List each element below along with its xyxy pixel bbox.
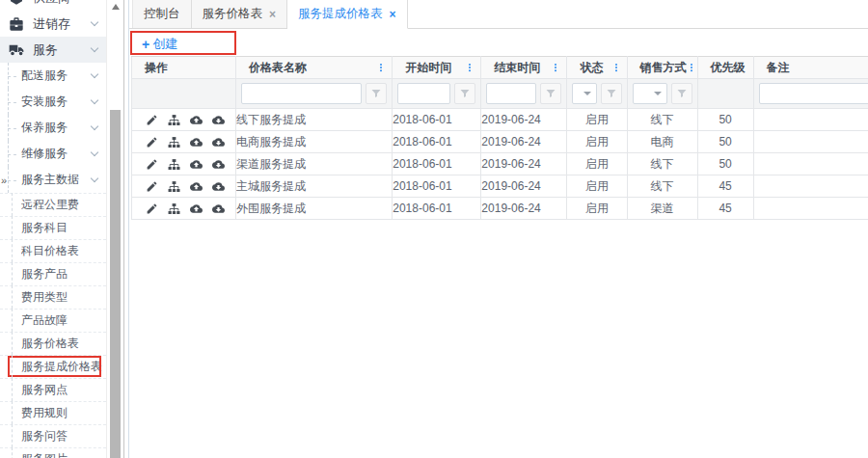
cloud-upload-icon[interactable] [190,114,203,126]
filter-input-7[interactable] [759,83,868,104]
filter-input-2[interactable] [397,83,450,104]
sidebar-item-19[interactable]: 服务图片 [0,447,106,458]
sitemap-icon[interactable] [168,180,180,193]
tab-2[interactable]: 服务提成价格表 [287,0,408,29]
funnel-icon[interactable] [601,83,622,104]
ops-cell [132,109,236,131]
filter-select-4[interactable] [572,83,596,104]
sidebar-item-10[interactable]: 科目价格表 [0,239,106,262]
funnel-icon[interactable] [540,83,561,104]
filter-cell-3 [481,79,567,109]
cloud-download-icon[interactable] [212,136,225,148]
edit-icon[interactable] [146,180,158,193]
column-menu-icon[interactable] [687,61,696,74]
cell-remark [753,153,868,175]
cloud-download-icon[interactable] [212,114,225,126]
edit-icon[interactable] [146,202,158,215]
sidebar-item-9[interactable]: 服务科目 [0,216,106,239]
sidebar-item-5[interactable]: 保养服务 [0,115,106,141]
chevron-down-icon [91,43,98,51]
cloud-upload-icon[interactable] [190,158,203,171]
cell-status: 启用 [567,198,627,220]
cell-remark [753,131,868,153]
table-row-3: 主城服务提成2018-06-012019-06-24启用线下45 [132,175,868,198]
sidebar-item-2[interactable]: 服务 [0,37,106,63]
sidebar-item-4[interactable]: 安装服务 [0,89,106,115]
scrollbar-thumb[interactable] [110,110,121,458]
sidebar-item-16[interactable]: 服务网点 [0,378,106,401]
plus-icon [142,38,149,51]
ops-cell [132,198,236,220]
column-menu-icon[interactable] [465,61,475,74]
sitemap-icon[interactable] [168,158,180,171]
cell-status: 启用 [567,153,627,175]
cloud-download-icon[interactable] [212,158,225,171]
sidebar-scrollbar [106,0,124,458]
column-menu-icon[interactable] [611,61,621,74]
sidebar-item-12[interactable]: 费用类型 [0,285,106,309]
cell-start: 2018-06-01 [393,109,481,131]
close-icon[interactable] [269,9,276,20]
tab-label: 服务价格表 [203,6,263,22]
funnel-icon[interactable] [454,83,475,104]
cloud-upload-icon[interactable] [190,136,203,148]
sidebar-item-1[interactable]: 进销存 [0,11,106,37]
column-header-5: 销售方式 [627,57,697,79]
cell-channel: 线下 [627,153,697,175]
table-row-1: 电商服务提成2018-06-012019-06-24启用电商50 [132,131,868,153]
tab-0[interactable]: 控制台 [132,0,192,28]
close-icon[interactable] [390,9,396,20]
sitemap-icon[interactable] [168,114,180,126]
cell-end: 2019-06-24 [481,131,567,153]
sidebar-item-17[interactable]: 费用规则 [0,401,106,424]
current-item-pointer-icon: » [1,175,7,186]
sidebar-item-8[interactable]: 远程公里费 [0,193,106,216]
cloud-upload-icon[interactable] [190,180,203,193]
sitemap-icon[interactable] [168,136,180,148]
filter-cell-4 [567,79,627,109]
table-row-0: 线下服务提成2018-06-012019-06-24启用线下50 [132,109,868,131]
sidebar-item-6[interactable]: 维修服务 [0,141,106,167]
funnel-icon[interactable] [366,83,387,104]
tab-1[interactable]: 服务价格表 [192,0,288,28]
scroll-up-arrow-icon[interactable] [112,4,120,10]
cloud-download-icon[interactable] [212,202,225,215]
sidebar-item-11[interactable]: 服务产品 [0,262,106,285]
column-label: 优先级 [711,60,747,76]
filter-input-3[interactable] [486,83,536,104]
sitemap-icon[interactable] [168,202,180,215]
column-header-7: 备注 [753,57,868,79]
cell-end: 2019-06-24 [481,198,567,220]
sidebar-item-18[interactable]: 服务问答 [0,424,106,447]
filter-select-5[interactable] [633,83,667,104]
cell-start: 2018-06-01 [393,175,481,198]
filter-cell-5 [627,79,697,109]
sidebar-item-14[interactable]: 服务价格表 [0,332,106,355]
filter-input-1[interactable] [241,83,362,104]
cell-remark [753,198,868,220]
edit-icon[interactable] [146,136,158,148]
chevron-down-icon [91,17,98,25]
column-menu-icon[interactable] [551,61,560,74]
sidebar-item-13[interactable]: 产品故障 [0,309,106,332]
cell-start: 2018-06-01 [393,198,481,220]
sidebar-item-7[interactable]: 服务主数据 » [0,167,106,193]
sidebar-item-15[interactable]: 服务提成价格表 [0,355,106,378]
sidebar: 供应商 进销存 服务 配送服务 安装服务 保养服务 维修服务 服务主数据 » 远… [0,0,106,458]
edit-icon[interactable] [146,158,158,171]
cloud-upload-icon[interactable] [190,202,203,215]
data-table: 操作价格表名称开始时间结束时间状态销售方式优先级备注 线下服务提成2018-06… [131,56,868,220]
cloud-download-icon[interactable] [212,180,225,193]
content-panel: 控制台服务价格表服务提成价格表 创建 操作价格表名称开始时间结束时间状态销售方式… [128,0,868,458]
app-window: 供应商 进销存 服务 配送服务 安装服务 保养服务 维修服务 服务主数据 » 远… [0,0,868,458]
sidebar-item-3[interactable]: 配送服务 [0,63,106,89]
column-header-6: 优先级 [697,57,753,79]
edit-icon[interactable] [146,114,158,126]
column-menu-icon[interactable] [376,61,386,74]
sidebar-item-0[interactable]: 供应商 [0,0,106,11]
create-button[interactable]: 创建 [142,36,177,53]
column-label: 销售方式 [640,60,687,76]
cell-remark [753,175,868,198]
funnel-icon[interactable] [671,83,692,104]
column-header-1: 价格表名称 [236,57,393,79]
